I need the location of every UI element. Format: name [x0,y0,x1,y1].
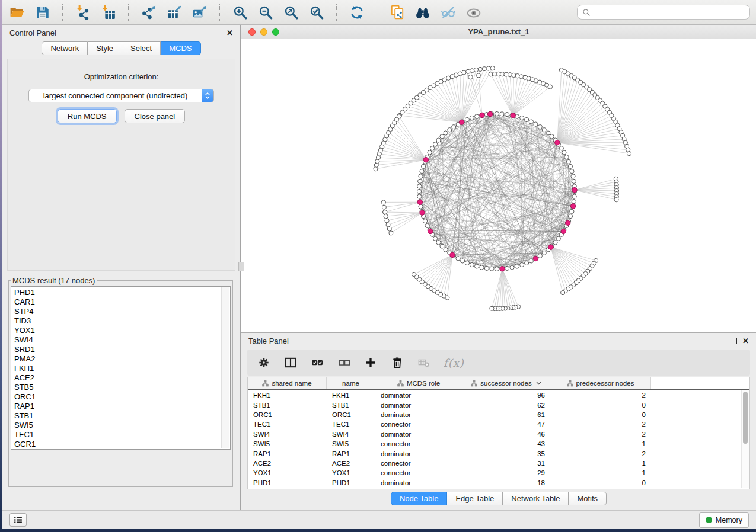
refresh-layout-button[interactable] [348,4,366,21]
cell-predecessor-nodes: 2 [550,421,651,428]
search-box[interactable] [577,5,750,20]
zoom-fit-button[interactable] [282,4,300,21]
cell-predecessor-nodes: 1 [550,440,651,447]
export-table-button[interactable] [165,4,183,21]
result-list-item[interactable]: TID3 [14,316,230,326]
result-list-item[interactable]: SWI4 [14,335,230,345]
close-panel-button[interactable]: Close panel [125,109,186,123]
panel-resize-divider[interactable] [240,25,241,510]
open-file-button[interactable] [8,4,26,21]
table-float-window-icon[interactable] [731,338,737,344]
table-scrollbar[interactable] [741,390,749,488]
table-row[interactable]: ACE2ACE2connector311 [248,459,749,468]
result-list-item[interactable]: STP4 [14,307,230,316]
table-row[interactable]: TEC1TEC1connector472 [248,419,749,429]
table-row[interactable]: FKH1FKH1dominator962 [248,390,749,400]
cell-name: RAP1 [327,450,375,457]
table-row[interactable]: SWI5SWI5connector431 [248,439,749,448]
result-list-item[interactable]: PHD1 [14,288,230,297]
tab-edge-table[interactable]: Edge Table [447,492,503,505]
column-header-predecessor-nodes[interactable]: predecessor nodes [550,377,651,389]
export-image-button[interactable] [191,4,209,21]
deselect-all-rows-button[interactable] [337,355,351,370]
table-row[interactable]: RAP1RAP1dominator352 [248,448,749,458]
cell-mcds-role: dominator [375,402,462,409]
table-row[interactable]: STB1STB1dominator620 [248,400,749,409]
tab-mcds[interactable]: MCDS [161,41,200,55]
tab-motifs[interactable]: Motifs [569,492,607,505]
show-graphics-details-button[interactable] [465,4,483,21]
result-list-item[interactable]: SWI5 [14,421,230,430]
zoom-selected-button[interactable] [308,4,326,21]
import-network-button[interactable] [74,4,92,21]
minimize-traffic-light[interactable] [260,28,267,36]
tab-network[interactable]: Network [42,41,88,55]
table-panel-title: Table Panel [248,336,289,345]
search-input[interactable] [594,7,745,17]
delete-table-button[interactable] [417,355,431,370]
column-header-shared-name[interactable]: shared name [248,377,327,389]
search-binoculars-button[interactable] [414,4,432,21]
result-list-item[interactable]: CAR1 [14,297,230,307]
delete-column-button[interactable] [390,355,404,370]
table-scrollbar-thumb[interactable] [743,392,748,444]
table-row[interactable]: PHD1PHD1dominator180 [248,478,749,488]
toolbar-separator [128,4,129,21]
divider-handle[interactable] [238,262,244,271]
result-list-item[interactable]: STB1 [14,411,230,421]
result-list-item[interactable]: ORC1 [14,392,230,402]
network-graph[interactable] [241,39,756,332]
result-list-item[interactable]: STB5 [14,383,230,392]
memory-button[interactable]: Memory [699,512,749,528]
tab-node-table[interactable]: Node Table [391,492,448,505]
result-list-item[interactable]: PMA2 [14,354,230,364]
show-graphics-details-icon [466,5,481,20]
column-label: shared name [272,380,311,387]
result-list-item[interactable]: TEC1 [14,430,230,440]
result-list-item[interactable]: ACE2 [14,373,230,383]
workspace: Control Panel ✕ NetworkStyleSelectMCDS O… [2,25,756,510]
add-column-button[interactable] [363,355,378,370]
table-row[interactable]: ORC1ORC1dominator610 [248,410,749,419]
maximize-traffic-light[interactable] [272,28,279,36]
add-column-icon [364,356,377,369]
result-list-item[interactable]: GCR1 [14,440,230,449]
close-window-icon[interactable]: ✕ [227,29,233,37]
column-header-successor-nodes[interactable]: successor nodes [462,377,550,389]
result-list-scrollbar[interactable] [221,287,229,448]
result-list-item[interactable]: SRD1 [14,345,230,354]
tab-style[interactable]: Style [88,41,122,55]
column-header-name[interactable]: name [327,377,375,389]
column-header-mcds-role[interactable]: MCDS role [375,377,462,389]
tab-select[interactable]: Select [122,41,161,55]
export-network-button[interactable] [140,4,158,21]
run-mcds-button[interactable]: Run MCDS [58,109,117,123]
import-table-button[interactable] [100,4,117,21]
zoom-in-button[interactable] [231,4,249,21]
zoom-out-button[interactable] [257,4,275,21]
result-list-item[interactable]: RAP1 [14,402,230,411]
developer-log-button[interactable] [9,513,27,527]
mcds-result-list[interactable]: PHD1CAR1STP4TID3YOX1SWI4SRD1PMA2FKH1ACE2… [11,286,231,450]
table-close-window-icon[interactable]: ✕ [742,337,749,345]
split-panel-button[interactable] [283,355,298,370]
result-list-item[interactable]: FKH1 [14,364,230,373]
function-builder-button[interactable]: f(x) [444,357,464,369]
table-row[interactable]: YOX1YOX1connector291 [248,468,749,477]
select-all-rows-button[interactable] [310,355,324,370]
network-canvas[interactable] [241,39,756,332]
result-list-item[interactable]: YOX1 [14,326,230,335]
criterion-dropdown[interactable]: largest connected component (undirected) [28,89,214,102]
export-image-icon [192,5,208,20]
table-panel: Table Panel ✕ f(x) shared namenameMCDS r… [241,333,756,510]
column-settings-gear-button[interactable] [257,355,271,370]
float-window-icon[interactable] [215,30,221,36]
hide-labels-button[interactable] [439,4,457,21]
clone-network-button[interactable] [388,4,406,21]
tab-network-table[interactable]: Network Table [503,492,569,505]
save-session-button[interactable] [34,4,52,21]
table-row[interactable]: SWI4SWI4dominator462 [248,430,749,439]
import-network-icon [75,5,91,20]
cell-predecessor-nodes: 2 [550,392,651,399]
close-traffic-light[interactable] [248,28,256,36]
